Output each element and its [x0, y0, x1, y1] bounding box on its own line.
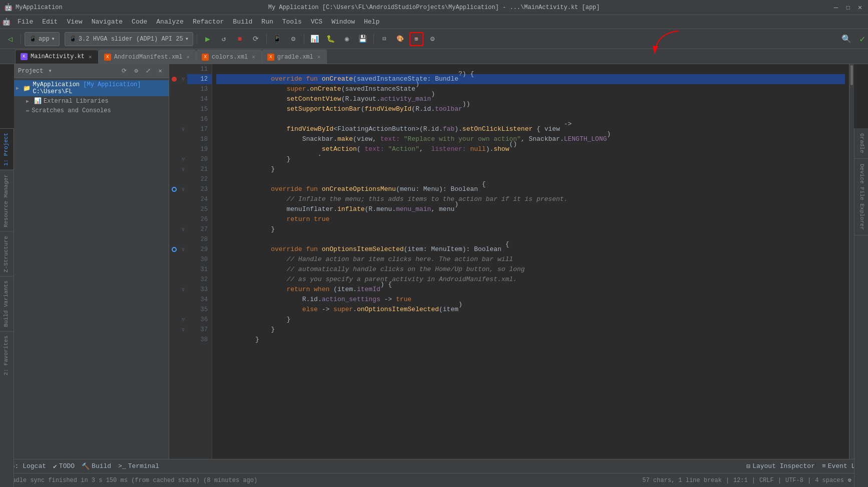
layout-inspector-bottom-btn[interactable]: ⊟ Layout Inspector [743, 461, 818, 471]
menu-window[interactable]: Window [327, 17, 359, 27]
menu-refactor[interactable]: Refactor [189, 17, 228, 27]
sync-button[interactable]: ⟳ [249, 32, 263, 46]
tree-item-extlibs[interactable]: ▶ 📊 External Libraries [14, 96, 169, 106]
bottom-tab-terminal[interactable]: >_ Terminal [115, 461, 162, 471]
tab-colors-close[interactable]: ✕ [251, 54, 256, 60]
left-tab-buildvariants[interactable]: Build Variants [0, 276, 14, 331]
profiler-button[interactable]: 📊 [308, 32, 322, 46]
tab-androidmanifest-close[interactable]: ✕ [185, 54, 191, 60]
fold-gutter: ▽ ▽ ▽ ▽ ▽ ▽ ▽ ▽ [179, 64, 187, 459]
tab-androidmanifest[interactable]: X AndroidManifest.xml ✕ [99, 50, 196, 64]
code-line-14: setContentView(R.layout.activity_main) [216, 94, 845, 104]
project-expand-btn[interactable]: ⤢ [144, 67, 153, 76]
status-line-ending[interactable]: CRLF [759, 477, 774, 484]
rerun-button[interactable]: ↺ [217, 32, 231, 46]
project-tree: ▶ 📁 MyApplication [My Application] C:\Us… [14, 78, 169, 459]
menu-run[interactable]: Run [257, 17, 277, 27]
fold-36[interactable]: ▽ [179, 315, 187, 325]
menu-file[interactable]: File [14, 17, 37, 27]
avd-button[interactable]: 📱 [270, 32, 284, 46]
project-gear-btn[interactable]: ⚙ [132, 67, 141, 76]
code-line-35: else -> super.onOptionsItemSelected(item… [216, 305, 845, 315]
status-indent[interactable]: 4 spaces [815, 477, 844, 484]
gutter-35 [169, 305, 179, 315]
bottom-tab-todo[interactable]: ✔ TODO [50, 461, 78, 471]
linenum-12: 12 [187, 74, 212, 84]
tools-btn-2[interactable]: ⚙ [425, 32, 440, 46]
fold-33[interactable]: ▽ [179, 285, 187, 295]
tab-gradle-close[interactable]: ✕ [316, 54, 322, 60]
app-label: app [39, 36, 50, 43]
sdk-button[interactable]: ⚙ [286, 32, 300, 46]
tree-item-myapp[interactable]: ▶ 📁 MyApplication [My Application] C:\Us… [14, 80, 169, 96]
app-selector[interactable]: 📱 app ▾ [25, 32, 60, 46]
status-bar: Gradle sync finished in 3 s 150 ms (from… [0, 473, 868, 487]
tab-gradle[interactable]: X gradle.xml ✕ [262, 50, 327, 64]
menu-code[interactable]: Code [128, 17, 151, 27]
menu-analyze[interactable]: Analyze [152, 17, 188, 27]
fold-23[interactable]: ▽ [179, 184, 187, 194]
run-button[interactable]: ▶ [201, 32, 215, 46]
tab-mainactivity[interactable]: K MainActivity.kt ✕ [15, 50, 99, 64]
right-tab-gradle[interactable]: Gradle [854, 128, 868, 159]
tree-item-scratches[interactable]: ✏ Scratches and Consoles [14, 106, 169, 115]
status-chars: 57 chars, 1 line break [642, 477, 721, 484]
fold-12[interactable]: ▽ [179, 74, 187, 84]
gutter-31 [169, 265, 179, 275]
todo-icon: ✔ [53, 462, 57, 470]
memory-button[interactable]: 💾 [356, 32, 370, 46]
code-line-25: menuInflater.inflate(R.menu.menu_main, m… [216, 204, 845, 214]
back-button[interactable]: ◁ [3, 32, 17, 46]
status-position[interactable]: 12:1 [733, 477, 748, 484]
gutter-27 [169, 224, 179, 234]
layout-inspector-btn[interactable]: ⊟ [377, 32, 391, 46]
fold-21[interactable]: ▽ [179, 164, 187, 174]
status-encoding[interactable]: UTF-8 [785, 477, 803, 484]
close-button[interactable]: ✕ [856, 4, 864, 12]
debug-button[interactable]: 🐛 [324, 32, 338, 46]
menu-navigate[interactable]: Navigate [88, 17, 127, 27]
code-lines[interactable]: override fun onCreate(savedInstanceState… [212, 64, 849, 459]
bottom-tab-build[interactable]: 🔨 Build [79, 461, 114, 471]
device-selector[interactable]: 📱 3.2 HVGA slider (ADP1) API 25 ▾ [65, 32, 193, 46]
code-line-27: } [216, 224, 845, 234]
fold-18 [179, 134, 187, 144]
maximize-button[interactable]: ☐ [844, 4, 852, 12]
gutter-13 [169, 84, 179, 94]
left-tab-resource[interactable]: Resource Manager [0, 170, 14, 231]
left-tab-favorites[interactable]: 2: Favorites [0, 331, 14, 379]
tab-colors[interactable]: X colors.xml ✕ [196, 50, 262, 64]
linenum-35: 35 [187, 305, 212, 315]
fold-37[interactable]: ▽ [179, 325, 187, 335]
menu-build[interactable]: Build [229, 17, 256, 27]
gutter-12[interactable] [169, 74, 179, 84]
theme-editor-btn[interactable]: 🎨 [393, 32, 407, 46]
device-icon: 📱 [69, 35, 77, 43]
fold-20[interactable]: ▽ [179, 154, 187, 164]
right-vertical-tabs: Gradle Device File Explorer [854, 128, 868, 487]
fold-27[interactable]: ▽ [179, 224, 187, 234]
left-tab-project[interactable]: 1: Project [0, 128, 14, 170]
menu-edit[interactable]: Edit [38, 17, 62, 27]
code-editor[interactable]: ▽ ▽ ▽ ▽ ▽ ▽ ▽ ▽ [169, 64, 854, 459]
code-line-12[interactable]: override fun onCreate(savedInstanceState… [216, 74, 845, 84]
gutter-19 [169, 144, 179, 154]
fold-17[interactable]: ▽ [179, 124, 187, 134]
project-close-btn[interactable]: ✕ [156, 67, 165, 76]
search-button[interactable]: 🔍 [839, 32, 853, 46]
fold-29[interactable]: ▽ [179, 245, 187, 255]
menu-help[interactable]: Help [360, 17, 383, 27]
stop-button[interactable]: ■ [233, 32, 247, 46]
layout-inspector-highlighted-btn[interactable]: ⊞ [409, 32, 423, 46]
tab-mainactivity-close[interactable]: ✕ [88, 54, 93, 60]
minimize-button[interactable]: — [832, 4, 840, 12]
right-tab-device-explorer[interactable]: Device File Explorer [854, 159, 868, 235]
menu-vcs[interactable]: VCS [307, 17, 326, 27]
coverage-button[interactable]: ◉ [340, 32, 354, 46]
project-sync-btn[interactable]: ⟳ [120, 67, 129, 76]
linenum-31: 31 [187, 265, 212, 275]
scrollbar-right[interactable] [849, 64, 854, 459]
menu-view[interactable]: View [63, 17, 86, 27]
menu-tools[interactable]: Tools [278, 17, 306, 27]
left-tab-zstructure[interactable]: Z-Structure [0, 231, 14, 277]
